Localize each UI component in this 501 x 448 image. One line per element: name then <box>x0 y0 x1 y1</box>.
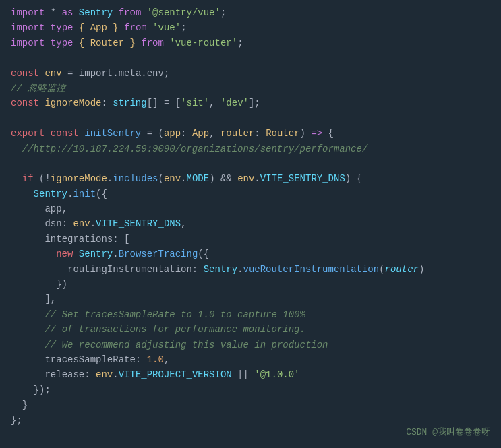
keyword-import: import <box>11 5 45 20</box>
code-line-13: Sentry . init ({ <box>0 187 501 201</box>
code-line-10: //http://10.187.224.59:9090/organization… <box>0 141 501 156</box>
code-line-2: import type { App } from 'vue' ; <box>0 20 501 35</box>
code-line-27: } <box>0 397 501 412</box>
code-line-25: release : env . VITE_PROJECT_VERSION || … <box>0 367 501 382</box>
code-line-3: import type { Router } from 'vue-router'… <box>0 36 501 51</box>
code-line-23: // We recommend adjusting this value in … <box>0 338 501 352</box>
watermark: CSDN @我叫卷卷卷呀 <box>406 426 490 440</box>
code-line-5: const env = import . meta . env ; <box>0 66 501 81</box>
code-line-20: ], <box>0 292 501 307</box>
code-line-9: export const initSentry = ( app : App , … <box>0 126 501 141</box>
code-line-11 <box>0 156 501 171</box>
code-line-21: // Set tracesSampleRate to 1.0 to captur… <box>0 307 501 322</box>
code-line-15: dsn : env . VITE_SENTRY_DNS , <box>0 216 501 231</box>
code-line-4 <box>0 51 501 65</box>
code-line-14: app , <box>0 201 501 216</box>
code-line-24: tracesSampleRate : 1.0 , <box>0 352 501 367</box>
code-line-22: // of transactions for performance monit… <box>0 322 501 337</box>
code-line-26: }); <box>0 383 501 397</box>
code-line-16: integrations : [ <box>0 232 501 247</box>
code-line-7: const ignoreMode : string [] = [ 'sit' ,… <box>0 96 501 110</box>
code-line-1: import * as Sentry from '@sentry/vue' ; <box>0 5 501 20</box>
code-line-19: }) <box>0 277 501 292</box>
code-line-12: if (! ignoreMode . includes ( env . MODE… <box>0 171 501 186</box>
code-line-18: routingInstrumentation : Sentry . vueRou… <box>0 262 501 277</box>
code-line-17: new Sentry . BrowserTracing ({ <box>0 247 501 261</box>
code-line-8 <box>0 111 501 126</box>
code-line-6: // 忽略监控 <box>0 81 501 96</box>
code-editor: import * as Sentry from '@sentry/vue' ; … <box>0 0 501 448</box>
